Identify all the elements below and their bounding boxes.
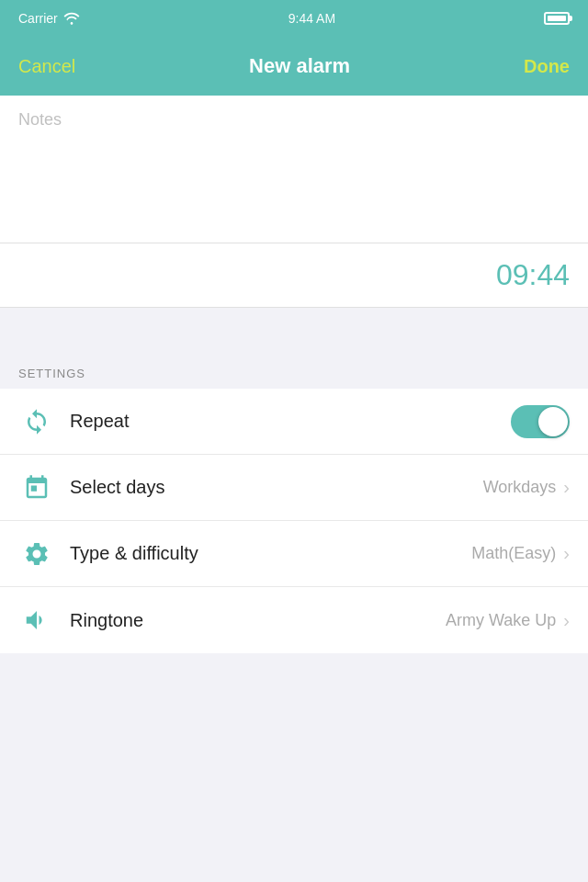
settings-list: Repeat Select days Workdays › Type & dif…	[0, 389, 588, 653]
time-display-area: 09:44	[0, 243, 588, 308]
done-button[interactable]: Done	[524, 56, 570, 77]
repeat-label: Repeat	[70, 411, 511, 432]
notes-input[interactable]	[18, 110, 570, 220]
battery-icon	[544, 12, 570, 25]
carrier-wifi: Carrier	[18, 11, 80, 26]
status-time: 9:44 AM	[288, 11, 335, 26]
nav-bar: Cancel New alarm Done	[0, 37, 588, 96]
repeat-toggle[interactable]	[511, 405, 570, 438]
ringtone-chevron: ›	[563, 610, 570, 631]
alarm-time-display: 09:44	[496, 258, 570, 291]
notes-section	[0, 96, 588, 243]
settings-label-row: SETTINGS	[0, 354, 588, 389]
type-difficulty-label: Type & difficulty	[70, 543, 471, 564]
speaker-icon	[18, 602, 55, 639]
settings-section-label: SETTINGS	[18, 367, 85, 380]
select-days-chevron: ›	[563, 477, 570, 498]
ringtone-label: Ringtone	[70, 610, 446, 631]
nav-title: New alarm	[249, 54, 350, 78]
wifi-icon	[63, 12, 80, 25]
select-days-label: Select days	[70, 477, 483, 498]
ringtone-item[interactable]: Ringtone Army Wake Up ›	[0, 587, 588, 653]
bottom-area	[0, 653, 588, 882]
repeat-icon	[18, 403, 55, 440]
calendar-icon	[18, 469, 55, 506]
type-difficulty-value: Math(Easy)	[471, 544, 556, 563]
select-days-item[interactable]: Select days Workdays ›	[0, 455, 588, 521]
select-days-value: Workdays	[483, 478, 557, 497]
toggle-thumb	[538, 407, 568, 436]
cancel-button[interactable]: Cancel	[18, 56, 75, 77]
section-gap	[0, 308, 588, 354]
carrier-label: Carrier	[18, 11, 58, 26]
status-bar: Carrier 9:44 AM	[0, 0, 588, 37]
type-difficulty-item[interactable]: Type & difficulty Math(Easy) ›	[0, 521, 588, 587]
repeat-item[interactable]: Repeat	[0, 389, 588, 455]
ringtone-value: Army Wake Up	[446, 611, 556, 630]
type-difficulty-chevron: ›	[563, 543, 570, 564]
gear-icon	[18, 536, 55, 572]
